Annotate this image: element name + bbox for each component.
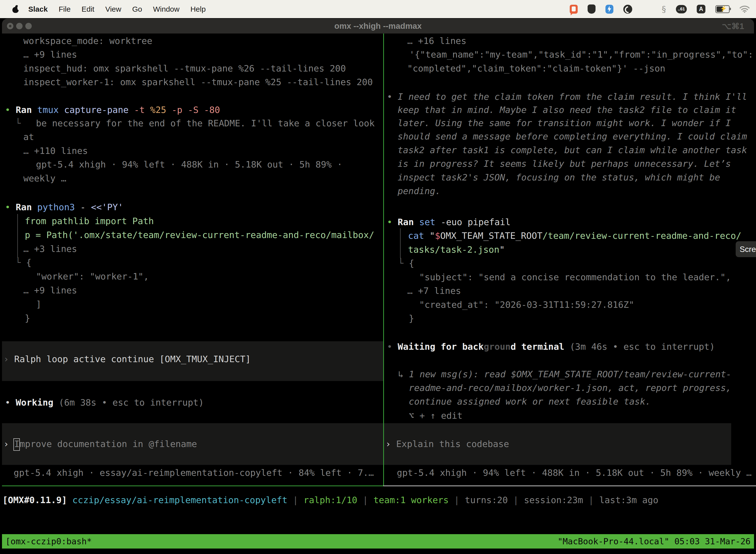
menu-bar: Slack File Edit View Go Window Help § ..…	[0, 0, 756, 18]
terminal-line: › Improve documentation in @filename	[3, 437, 197, 451]
terminal-line: }	[25, 311, 30, 325]
terminal-line: from pathlib import Path	[25, 214, 154, 228]
terminal-line: tasks/task-2.json"	[408, 243, 505, 257]
left-output-connector-line	[17, 214, 18, 258]
left-pane-bottom-border	[2, 486, 383, 486]
menu-item-window[interactable]: Window	[147, 5, 185, 13]
terminal-line: task2 after task1 is complete, but can I…	[397, 143, 747, 157]
terminal-line: should send a message before completing …	[397, 129, 747, 144]
terminal-line: • I need to get the claim token from the…	[387, 90, 747, 104]
terminal-line: continue assigned work or next feasible …	[409, 395, 650, 408]
battery-icon[interactable]: ⚡	[715, 5, 730, 13]
terminal-line: be necessary for the end of the README. …	[36, 116, 375, 130]
menu-item-go[interactable]: Go	[127, 5, 147, 13]
terminal-line: ↳ 1 new msg(s): read $OMX_TEAM_STATE_ROO…	[398, 367, 732, 381]
menu-app-name[interactable]: Slack	[23, 5, 53, 13]
terminal-line: … +110 lines	[23, 144, 88, 158]
terminal-line: "created_at": "2026-03-31T11:59:27.816Z"	[419, 298, 634, 312]
terminal-line: ⌥ + ↑ edit	[409, 409, 462, 423]
terminal-line: › Ralph loop active continue [OMX_TMUX_I…	[3, 352, 251, 366]
menu-status-icons: § ..61 A ⚡	[570, 4, 756, 14]
terminal-line: [OMX#0.11.9] cczip/essay/ai-reimplementa…	[2, 493, 658, 507]
terminal-line: … +16 lines	[407, 34, 466, 48]
terminal-line: pending.	[397, 184, 441, 198]
shield-grid-icon[interactable]	[587, 4, 595, 14]
terminal-line: later. Using the same for transition mig…	[397, 116, 731, 130]
terminal-line: workspace_mode: worktree	[23, 34, 152, 48]
terminal-line: … +9 lines	[23, 283, 77, 297]
blue-bolt-badge-icon[interactable]	[606, 5, 613, 14]
terminal-line: gpt-5.4 xhigh · 94% left · 488K in · 5.1…	[36, 158, 342, 171]
tmux-session-label: [omx-cczip0:bash*	[2, 536, 92, 546]
tmux-host-clock: "MacBook-Pro-44.local" 05:03 31-Mar-26	[558, 536, 754, 546]
menu-item-file[interactable]: File	[53, 5, 76, 13]
terminal-line: └ {	[15, 256, 32, 270]
wifi-icon[interactable]	[740, 5, 750, 13]
terminal-line: cat "$OMX_TEAM_STATE_ROOT/team/review-cu…	[408, 229, 741, 243]
menu-item-edit[interactable]: Edit	[76, 5, 100, 13]
terminal-line: • Ran set -euo pipefail	[387, 215, 511, 229]
terminal-line: inspect task2's JSON, focusing on the st…	[397, 170, 720, 184]
window-title-bar[interactable]: omx --xhigh --madmax ⌥⌘1	[2, 19, 754, 34]
terminal-line: '{"team_name":"my-team","task_id":"1","f…	[409, 48, 753, 62]
dots-grid-icon[interactable]	[642, 4, 652, 14]
terminal-line: "subject": "send a concise recommendatio…	[419, 270, 731, 284]
terminal-line: "worker": "worker-1",	[36, 270, 149, 283]
window-shortcut-badge: ⌥⌘1	[722, 19, 744, 34]
terminal-line: … +9 lines	[23, 48, 77, 62]
terminal-line: inspect_hud: omx sparkshell --tmux-pane …	[23, 62, 346, 75]
terminal-line: readme-and-reco/mailbox/worker-1.json, a…	[409, 381, 731, 395]
terminal-line: • Working (6m 38s • esc to interrupt)	[5, 396, 204, 409]
menu-item-help[interactable]: Help	[185, 5, 211, 13]
terminal-line: gpt-5.4 xhigh · essay/ai-reimplementatio…	[14, 466, 374, 480]
menu-item-view[interactable]: View	[100, 5, 126, 13]
menu-left: Slack File Edit View Go Window Help	[0, 5, 211, 13]
terminal-line: }	[409, 312, 414, 325]
terminal-line: … +3 lines	[23, 242, 77, 256]
terminal-line: "completed","claim_token":"claim-token"}…	[407, 62, 665, 75]
terminal-line: gpt-5.4 xhigh · 94% left · 488K in · 5.1…	[397, 466, 752, 480]
terminal-line: at	[23, 130, 34, 144]
terminal-line: • Ran python3 - <<'PY'	[5, 200, 123, 214]
terminal-line: keep that in mind. Maybe I also need the…	[397, 103, 736, 117]
terminal-line: • Waiting for background terminal (3m 46…	[387, 340, 715, 354]
terminal-line: inspect_worker-1: omx sparkshell --tmux-…	[23, 75, 373, 89]
count-badge-icon[interactable]: ..61	[676, 5, 687, 13]
terminal-line: └	[15, 116, 21, 130]
keyboard-a-icon[interactable]: A	[697, 5, 705, 13]
screen-notification[interactable]: Scre	[736, 241, 756, 257]
window-title: omx --xhigh --madmax	[2, 19, 754, 34]
terminal-line: p = Path('.omx/state/team/review-current…	[25, 228, 374, 242]
terminal-line: • Ran tmux capture-pane -t %25 -p -S -80	[5, 103, 220, 117]
screen-notification-label: Scre	[740, 245, 756, 254]
apple-logo-icon[interactable]	[12, 5, 19, 13]
terminal-line: ]	[36, 297, 42, 311]
terminal-line: weekly …	[23, 171, 66, 185]
terminal-line: is in progress? It seems likely but perh…	[397, 157, 731, 171]
terminal-line: › Explain this codebase	[385, 437, 509, 451]
right-output-connector-line	[400, 228, 400, 258]
screen: Slack File Edit View Go Window Help § ..…	[0, 0, 756, 554]
tmux-status-bar: [omx-cczip0:bash* "MacBook-Pro-44.local"…	[2, 534, 754, 549]
squiggle-icon[interactable]: §	[662, 4, 666, 14]
chat-app-icon[interactable]	[570, 5, 578, 14]
right-pane-bottom-border	[383, 486, 756, 486]
terminal-line: … +7 lines	[407, 284, 461, 298]
text-cursor	[13, 438, 20, 451]
pane-divider[interactable]	[383, 34, 384, 486]
terminal-line: └ {	[398, 257, 414, 270]
dark-crescent-icon[interactable]	[623, 5, 632, 14]
